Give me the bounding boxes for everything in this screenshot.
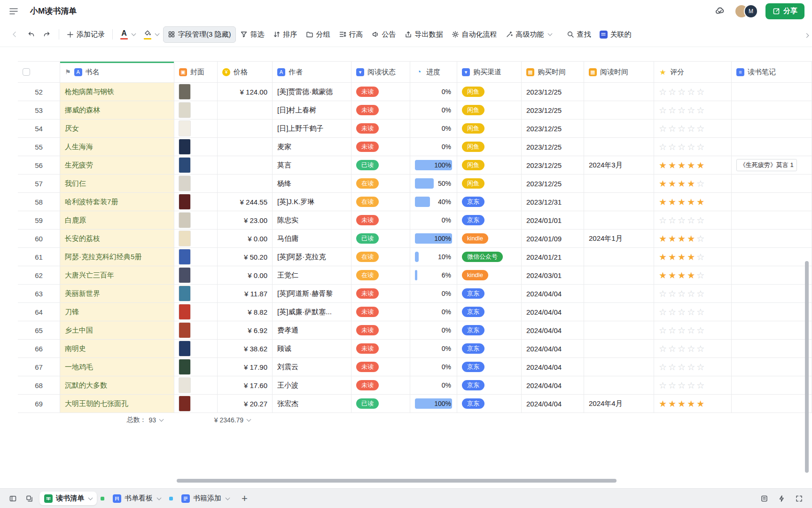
- avatar[interactable]: M: [744, 4, 758, 18]
- table-row[interactable]: 61阿瑟·克拉克科幻经典5册¥ 50.20[英]阿瑟·克拉克在读10%微信公众号…: [18, 248, 812, 266]
- progress-cell[interactable]: 6%: [410, 266, 457, 284]
- status-cell[interactable]: 在读: [351, 175, 410, 192]
- table-row[interactable]: 52枪炮病菌与钢铁¥ 124.00[美]贾雷德·戴蒙德未读0%闲鱼2023/12…: [18, 83, 812, 101]
- table-row[interactable]: 54厌女[日]上野千鹤子未读0%闲鱼2023/12/25☆☆☆☆☆: [18, 119, 812, 138]
- buy-date-cell[interactable]: 2024/04/04: [522, 321, 584, 339]
- price-cell[interactable]: ¥ 17.60: [218, 376, 273, 394]
- author-cell[interactable]: 王小波: [273, 376, 351, 394]
- note-cell[interactable]: [732, 119, 812, 137]
- progress-cell[interactable]: 0%: [410, 321, 457, 339]
- cover-cell[interactable]: [174, 358, 218, 376]
- read-date-cell[interactable]: [584, 138, 654, 156]
- progress-cell[interactable]: 100%: [410, 230, 457, 247]
- column-header-channel[interactable]: ▾购买渠道: [457, 62, 522, 82]
- progress-cell[interactable]: 0%: [410, 358, 457, 376]
- note-cell[interactable]: [732, 101, 812, 119]
- status-cell[interactable]: 在读: [351, 266, 410, 284]
- price-cell[interactable]: ¥ 0.00: [218, 266, 273, 284]
- note-cell[interactable]: [732, 285, 812, 302]
- font-color-button[interactable]: A: [116, 26, 140, 43]
- table-row[interactable]: 65乡土中国¥ 6.92费孝通未读0%京东2024/04/04☆☆☆☆☆: [18, 321, 812, 340]
- channel-cell[interactable]: 京东: [457, 303, 522, 321]
- table-row[interactable]: 68沉默的大多数¥ 17.60王小波未读0%京东2024/04/04☆☆☆☆☆: [18, 376, 812, 395]
- author-cell[interactable]: [英]阿道斯·赫胥黎: [273, 285, 351, 302]
- price-cell[interactable]: ¥ 20.27: [218, 395, 273, 413]
- author-cell[interactable]: 马伯庸: [273, 230, 351, 247]
- author-cell[interactable]: [日]村上春树: [273, 101, 351, 119]
- note-cell[interactable]: [732, 303, 812, 321]
- table-row[interactable]: 57我们仨杨绛在读50%闲鱼2023/12/25★★★★☆: [18, 175, 812, 193]
- channel-cell[interactable]: 闲鱼: [457, 83, 522, 101]
- table-row[interactable]: 53挪威的森林[日]村上春树未读0%闲鱼2023/12/25☆☆☆☆☆: [18, 101, 812, 119]
- table-row[interactable]: 69大明王朝的七张面孔¥ 20.27张宏杰已读100%京东2024/04/042…: [18, 395, 812, 413]
- buy-date-cell[interactable]: 2024/04/04: [522, 376, 584, 394]
- author-cell[interactable]: [英]威廉·萨默塞...: [273, 303, 351, 321]
- cover-cell[interactable]: [174, 266, 218, 284]
- table-row[interactable]: 56生死疲劳莫言已读100%闲鱼2023/12/252024年3月★★★★★《生…: [18, 156, 812, 175]
- note-cell[interactable]: [732, 175, 812, 192]
- buy-date-cell[interactable]: 2023/12/31: [522, 193, 584, 211]
- read-date-cell[interactable]: [584, 193, 654, 211]
- price-cell[interactable]: ¥ 244.55: [218, 193, 273, 211]
- rating-cell[interactable]: ☆☆☆☆☆: [654, 138, 732, 156]
- author-cell[interactable]: 费孝通: [273, 321, 351, 339]
- automation-bolt-icon[interactable]: [775, 492, 788, 505]
- rating-cell[interactable]: ★★★★☆: [654, 230, 732, 247]
- status-cell[interactable]: 未读: [351, 119, 410, 137]
- table-row[interactable]: 63美丽新世界¥ 11.87[英]阿道斯·赫胥黎未读0%京东2024/04/04…: [18, 285, 812, 303]
- note-cell[interactable]: [732, 138, 812, 156]
- note-cell[interactable]: [732, 248, 812, 266]
- status-cell[interactable]: 在读: [351, 248, 410, 266]
- channel-cell[interactable]: 京东: [457, 395, 522, 413]
- book-title-cell[interactable]: 一地鸡毛: [60, 358, 174, 376]
- cover-cell[interactable]: [174, 230, 218, 247]
- book-title-cell[interactable]: 白鹿原: [60, 211, 174, 229]
- rating-cell[interactable]: ☆☆☆☆☆: [654, 285, 732, 302]
- price-cell[interactable]: [218, 138, 273, 156]
- price-cell[interactable]: ¥ 17.90: [218, 358, 273, 376]
- cover-cell[interactable]: [174, 340, 218, 357]
- buy-date-cell[interactable]: 2023/12/25: [522, 101, 584, 119]
- author-cell[interactable]: 杨绛: [273, 175, 351, 192]
- price-cell[interactable]: ¥ 38.62: [218, 340, 273, 357]
- buy-date-cell[interactable]: 2024/01/21: [522, 248, 584, 266]
- column-header-status[interactable]: ▾阅读状态: [351, 62, 410, 82]
- status-cell[interactable]: 已读: [351, 395, 410, 413]
- author-cell[interactable]: [美]贾雷德·戴蒙德: [273, 83, 351, 101]
- table-row[interactable]: 67一地鸡毛¥ 17.90刘震云未读0%京东2024/04/04☆☆☆☆☆: [18, 358, 812, 376]
- cover-cell[interactable]: [174, 376, 218, 394]
- redo-button[interactable]: [39, 27, 55, 41]
- channel-cell[interactable]: 闲鱼: [457, 156, 522, 174]
- book-title-cell[interactable]: 美丽新世界: [60, 285, 174, 302]
- announcement-button[interactable]: 公告: [367, 27, 400, 42]
- price-cell[interactable]: [218, 175, 273, 192]
- add-record-button[interactable]: 添加记录: [62, 27, 109, 42]
- advanced-features-button[interactable]: 高级功能: [501, 27, 556, 42]
- rating-cell[interactable]: ☆☆☆☆☆: [654, 101, 732, 119]
- author-cell[interactable]: 陈忠实: [273, 211, 351, 229]
- buy-date-cell[interactable]: 2024/01/01: [522, 211, 584, 229]
- cover-cell[interactable]: [174, 211, 218, 229]
- expand-fullscreen-icon[interactable]: [793, 492, 805, 505]
- record-count-summary[interactable]: 总数： 93: [18, 416, 174, 424]
- cover-cell[interactable]: [174, 119, 218, 137]
- note-cell[interactable]: [732, 230, 812, 247]
- status-cell[interactable]: 未读: [351, 376, 410, 394]
- note-cell[interactable]: [732, 321, 812, 339]
- table-row[interactable]: 59白鹿原¥ 23.00陈忠实未读0%京东2024/01/01☆☆☆☆☆: [18, 211, 812, 230]
- buy-date-cell[interactable]: 2024/03/01: [522, 266, 584, 284]
- read-date-cell[interactable]: [584, 211, 654, 229]
- progress-cell[interactable]: 0%: [410, 119, 457, 137]
- progress-cell[interactable]: 0%: [410, 138, 457, 156]
- read-date-cell[interactable]: [584, 358, 654, 376]
- cover-cell[interactable]: [174, 248, 218, 266]
- rating-cell[interactable]: ★★★★☆: [654, 266, 732, 284]
- buy-date-cell[interactable]: 2024/04/04: [522, 285, 584, 302]
- channel-cell[interactable]: 微信公众号: [457, 248, 522, 266]
- sidebar-toggle-icon[interactable]: [7, 492, 19, 505]
- progress-cell[interactable]: 100%: [410, 156, 457, 174]
- read-date-cell[interactable]: 2024年1月: [584, 230, 654, 247]
- progress-cell[interactable]: 0%: [410, 285, 457, 302]
- cover-cell[interactable]: [174, 175, 218, 192]
- book-title-cell[interactable]: 大明王朝的七张面孔: [60, 395, 174, 413]
